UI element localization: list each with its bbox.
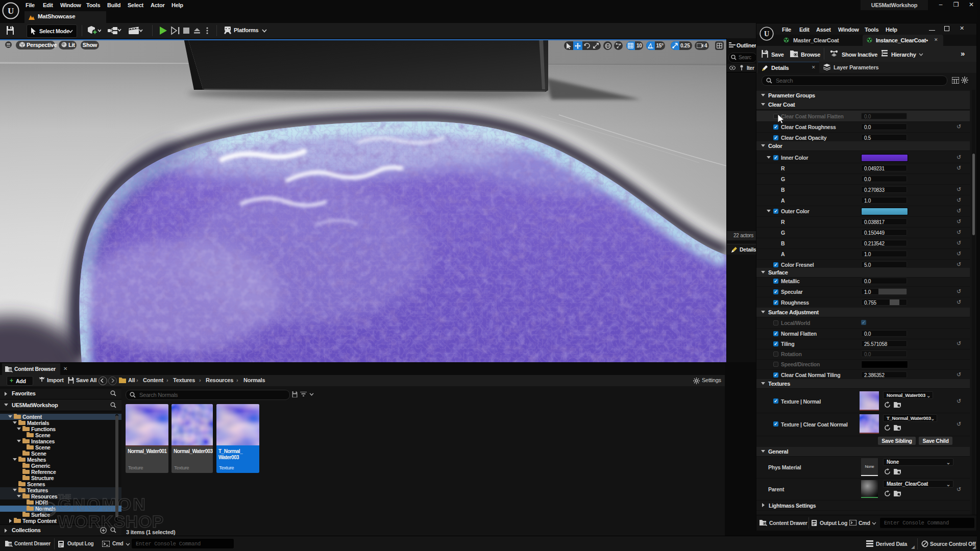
svg-text:U: U — [8, 6, 14, 16]
svg-text:GNOMON: GNOMON — [58, 494, 147, 514]
svg-text:WORKSHOP: WORKSHOP — [58, 512, 164, 530]
svg-text:U: U — [764, 30, 769, 38]
